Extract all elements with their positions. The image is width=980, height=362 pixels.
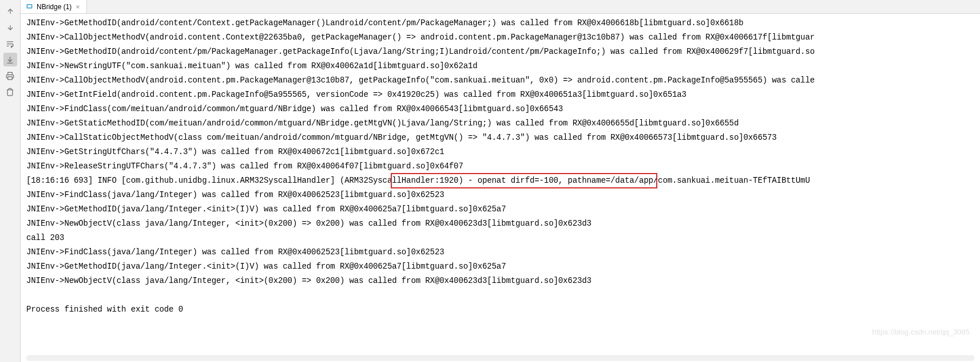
log-line: JNIEnv->GetMethodID(java/lang/Integer.<i… <box>26 202 974 217</box>
close-icon[interactable] <box>75 3 82 10</box>
log-line: [18:16:16 693] INFO [com.github.unidbg.l… <box>26 174 974 188</box>
log-line: JNIEnv->CallStaticObjectMethodV(class co… <box>26 131 974 145</box>
app-root: NBridge (1) JNIEnv->GetMethodID(android/… <box>0 0 980 362</box>
console-output[interactable]: JNIEnv->GetMethodID(android/content/Cont… <box>21 14 980 352</box>
log-line: JNIEnv->FindClass(java/lang/Integer) was… <box>26 245 974 259</box>
log-line: JNIEnv->FindClass(java/lang/Integer) was… <box>26 188 974 202</box>
log-line: JNIEnv->NewStringUTF("com.sankuai.meitua… <box>26 59 974 73</box>
log-line <box>26 288 974 302</box>
horizontal-scrollbar[interactable] <box>26 355 974 361</box>
log-line: JNIEnv->ReleaseStringUTFChars("4.4.7.3")… <box>26 159 974 174</box>
scroll-to-end-icon[interactable] <box>3 53 17 66</box>
soft-wrap-icon[interactable] <box>3 37 17 50</box>
up-arrow-icon[interactable] <box>3 5 17 18</box>
log-line: JNIEnv->GetStaticMethodID(com/meituan/an… <box>26 116 974 131</box>
log-line: JNIEnv->GetMethodID(java/lang/Integer.<i… <box>26 259 974 274</box>
log-line: JNIEnv->FindClass(com/meituan/android/co… <box>26 102 974 116</box>
log-line: JNIEnv->NewObjectV(class java/lang/Integ… <box>26 217 974 231</box>
run-config-icon <box>25 3 33 11</box>
left-toolbar <box>0 0 21 362</box>
log-line: Process finished with exit code 0 <box>26 302 974 317</box>
tab-nbridge[interactable]: NBridge (1) <box>21 0 87 13</box>
trash-icon[interactable] <box>3 85 17 99</box>
svg-rect-1 <box>27 5 31 7</box>
log-line: JNIEnv->GetIntField(android.content.pm.P… <box>26 88 974 102</box>
main-panel: NBridge (1) JNIEnv->GetMethodID(android/… <box>21 0 980 362</box>
log-line: JNIEnv->CallObjectMethodV(android.conten… <box>26 73 974 88</box>
log-line: JNIEnv->CallObjectMethodV(android.conten… <box>26 30 974 45</box>
down-arrow-icon[interactable] <box>3 21 17 34</box>
log-line: call 203 <box>26 231 974 245</box>
log-line: JNIEnv->GetMethodID(android/content/pm/P… <box>26 45 974 59</box>
tab-bar: NBridge (1) <box>21 0 980 14</box>
tab-title: NBridge (1) <box>37 3 72 11</box>
log-line: JNIEnv->NewObjectV(class java/lang/Integ… <box>26 274 974 288</box>
print-icon[interactable] <box>3 69 17 82</box>
log-line: JNIEnv->GetMethodID(android/content/Cont… <box>26 16 974 30</box>
log-line: JNIEnv->GetStringUtfChars("4.4.7.3") was… <box>26 145 974 159</box>
